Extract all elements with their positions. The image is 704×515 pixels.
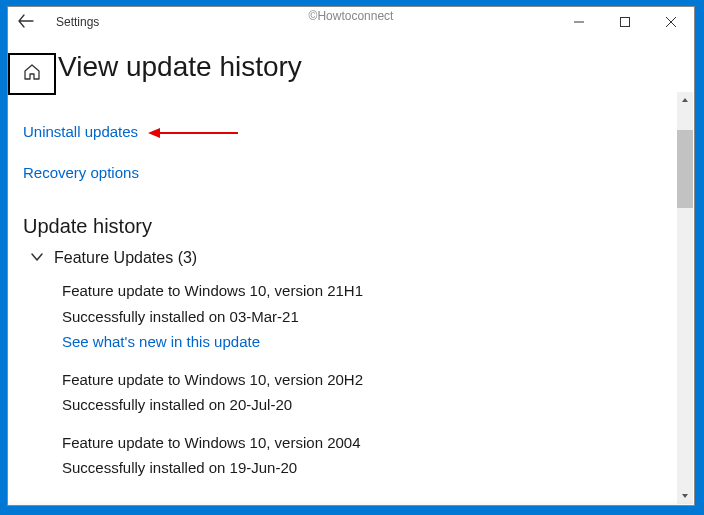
titlebar-left: Settings — [18, 14, 99, 31]
list-item: Feature update to Windows 10, version 21… — [62, 281, 363, 352]
see-whats-new-link[interactable]: See what's new in this update — [62, 332, 363, 352]
list-item: Feature update to Windows 10, version 20… — [62, 433, 363, 478]
scroll-up-button[interactable] — [677, 92, 693, 108]
minimize-button[interactable] — [556, 7, 602, 37]
app-name-label: Settings — [56, 15, 99, 29]
recovery-options-link[interactable]: Recovery options — [23, 164, 139, 181]
list-item: Feature update to Windows 10, version 20… — [62, 370, 363, 415]
update-status: Successfully installed on 20-Jul-20 — [62, 395, 363, 415]
close-button[interactable] — [648, 7, 694, 37]
bottom-fade — [8, 499, 694, 505]
maximize-button[interactable] — [602, 7, 648, 37]
feature-updates-label: Feature Updates (3) — [54, 249, 197, 267]
page-title: View update history — [58, 51, 302, 83]
feature-updates-expander[interactable]: Feature Updates (3) — [30, 249, 197, 267]
update-title: Feature update to Windows 10, version 20… — [62, 433, 363, 453]
home-button[interactable] — [8, 53, 56, 95]
settings-window: ©Howtoconnect Settings View upda — [7, 6, 695, 506]
back-button[interactable] — [18, 14, 34, 31]
svg-rect-1 — [621, 18, 630, 27]
updates-list: Feature update to Windows 10, version 21… — [62, 281, 363, 496]
content-area: View update history Uninstall updates Re… — [8, 37, 694, 505]
scrollbar-thumb[interactable] — [677, 130, 693, 208]
update-title: Feature update to Windows 10, version 21… — [62, 281, 363, 301]
titlebar: Settings — [8, 7, 694, 37]
update-status: Successfully installed on 03-Mar-21 — [62, 307, 363, 327]
action-links: Uninstall updates Recovery options — [23, 123, 139, 205]
home-icon — [22, 62, 42, 86]
scrollbar[interactable] — [677, 92, 693, 504]
svg-marker-5 — [148, 128, 160, 138]
annotation-arrow-icon — [148, 126, 238, 140]
update-status: Successfully installed on 19-Jun-20 — [62, 458, 363, 478]
update-history-heading: Update history — [23, 215, 152, 238]
uninstall-updates-link[interactable]: Uninstall updates — [23, 123, 139, 140]
window-controls — [556, 7, 694, 37]
chevron-down-icon — [30, 251, 44, 265]
update-title: Feature update to Windows 10, version 20… — [62, 370, 363, 390]
